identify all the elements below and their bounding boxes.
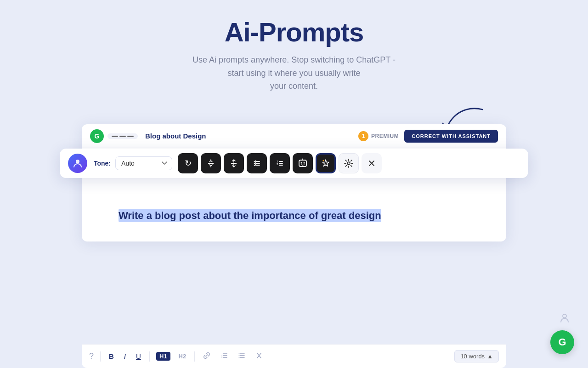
editor-bottombar: ? B I U H1 H2 1 2 3: [82, 344, 506, 368]
svg-point-15: [302, 159, 303, 160]
premium-badge: 1 PREMIUM: [358, 131, 399, 141]
ai-avatar: [68, 154, 87, 173]
regenerate-button[interactable]: ↻: [178, 153, 198, 173]
separator-3: [194, 351, 195, 362]
correct-with-assistant-button[interactable]: CORRECT WITH ASSISTANT: [404, 130, 498, 143]
hero-section: Ai-Prompts Use Ai prompts anywhere. Stop…: [0, 0, 588, 102]
svg-point-30: [239, 353, 240, 354]
selected-text: Write a blog post about the importance o…: [119, 209, 381, 222]
svg-text:3: 3: [221, 356, 223, 358]
shrink-button[interactable]: [201, 153, 221, 173]
editor-wrapper: G Blog about Design 1 PREMIUM CORRECT WI…: [82, 124, 506, 242]
magic-button[interactable]: [316, 153, 336, 173]
menu-button[interactable]: [107, 133, 138, 139]
svg-rect-11: [299, 160, 306, 167]
grammarly-float-button[interactable]: G: [550, 330, 574, 354]
svg-point-31: [239, 355, 240, 356]
bold-button[interactable]: B: [107, 351, 116, 361]
user-icon[interactable]: [560, 313, 570, 326]
tone-select[interactable]: Auto Formal Casual Friendly Professional: [115, 156, 172, 170]
checklist-button[interactable]: [247, 153, 267, 173]
hero-title: Ai-Prompts: [0, 17, 588, 47]
document-title: Blog about Design: [145, 132, 358, 140]
ai-face-button[interactable]: [293, 153, 313, 173]
link-button[interactable]: [201, 351, 212, 362]
svg-text:2: 2: [277, 163, 278, 166]
editor-topbar: G Blog about Design 1 PREMIUM CORRECT WI…: [82, 124, 506, 148]
h2-button[interactable]: H2: [177, 352, 188, 361]
ai-toolbar: Tone: Auto Formal Casual Friendly Profes…: [60, 149, 528, 178]
numbered-list-button[interactable]: 1 2: [270, 153, 290, 173]
word-count-label: 10 words: [460, 353, 485, 360]
underline-button[interactable]: U: [134, 351, 143, 361]
close-button[interactable]: [362, 153, 382, 173]
svg-point-32: [239, 357, 240, 358]
italic-button[interactable]: I: [122, 351, 128, 361]
h1-button[interactable]: H1: [156, 352, 170, 361]
premium-count: 1: [358, 131, 368, 141]
hero-subtitle: Use Ai prompts anywhere. Stop switching …: [0, 53, 588, 93]
unordered-list-button[interactable]: [236, 351, 247, 362]
grammarly-float-letter: G: [558, 336, 566, 348]
word-count-chevron: ▲: [487, 353, 493, 360]
svg-point-12: [301, 162, 302, 164]
svg-point-35: [563, 314, 566, 318]
svg-point-18: [347, 162, 350, 165]
clear-format-button[interactable]: [254, 351, 265, 362]
expand-button[interactable]: [224, 153, 244, 173]
svg-point-0: [76, 160, 79, 163]
word-count-button[interactable]: 10 words ▲: [454, 350, 499, 362]
premium-label: PREMIUM: [371, 133, 399, 139]
grammarly-logo: G: [90, 129, 104, 143]
settings-button[interactable]: [339, 153, 359, 173]
help-icon[interactable]: ?: [89, 351, 94, 361]
tone-label: Tone:: [94, 160, 111, 167]
svg-point-13: [304, 162, 305, 164]
separator-1: [100, 351, 101, 362]
ordered-list-button[interactable]: 1 2 3: [219, 351, 230, 362]
separator-2: [149, 351, 150, 362]
